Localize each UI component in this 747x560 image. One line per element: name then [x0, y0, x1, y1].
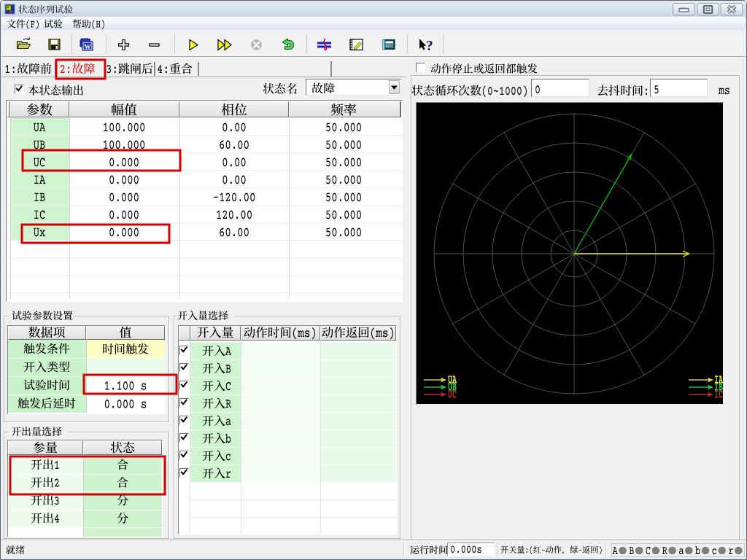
svg-text:W: W	[85, 43, 91, 50]
svg-text:?: ?	[426, 38, 433, 53]
